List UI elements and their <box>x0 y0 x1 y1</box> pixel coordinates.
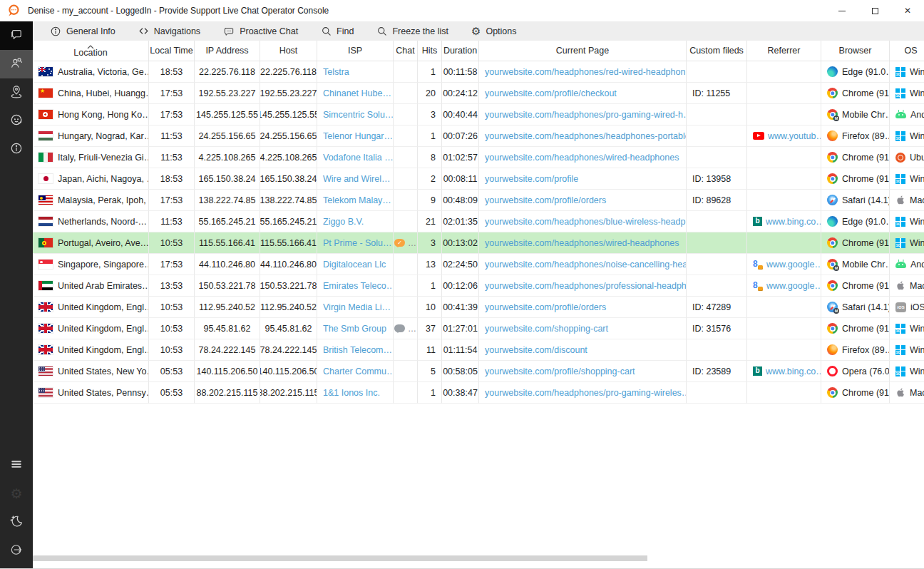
current-page-link[interactable]: yourwebsite.com/discount <box>485 345 587 355</box>
current-page-link[interactable]: yourwebsite.com/headphones/headphones-po… <box>485 131 687 141</box>
referrer-link[interactable]: www.bing.co… <box>766 217 821 227</box>
isp-link[interactable]: Telekom Malay… <box>323 195 391 205</box>
sidebar-item-menu[interactable] <box>0 451 33 480</box>
column-header-referrer[interactable]: Referrer <box>747 41 821 61</box>
current-page-link[interactable]: yourwebsite.com/headphones/wired-headpho… <box>485 153 679 163</box>
visitor-row[interactable]: United Kingdom, Engl…10:53112.95.240.521… <box>33 297 924 318</box>
toolbar-button-proactive-chat[interactable]: Proactive Chat <box>217 21 308 41</box>
column-header-custom-fileds[interactable]: Custom fileds <box>687 41 747 61</box>
close-icon: ✕ <box>904 6 911 15</box>
isp-link[interactable]: Charter Commu… <box>323 366 394 376</box>
column-header-os[interactable]: OS <box>890 41 924 61</box>
isp-link[interactable]: Pt Prime - Solu… <box>323 238 392 248</box>
referrer-link[interactable]: www.youtub… <box>768 131 821 141</box>
custom-cell: ID: 23589 <box>687 361 747 382</box>
close-button[interactable]: ✕ <box>891 0 924 21</box>
visitor-row[interactable]: United Arab Emirates…13:53150.53.221.781… <box>33 275 924 297</box>
isp-link[interactable]: Wire and Wirel… <box>323 174 390 184</box>
sidebar-item-operators[interactable] <box>0 107 33 135</box>
toolbar-button-find[interactable]: Find <box>315 21 364 41</box>
sidebar-item-visitors[interactable] <box>0 50 33 78</box>
visitor-row[interactable]: Japan, Aichi, Nagoya, …18:53165.150.38.2… <box>33 168 924 190</box>
visitor-row[interactable]: United States, Pennsy…05:5388.202.215.11… <box>33 382 924 404</box>
current-page-link[interactable]: yourwebsite.com/profile/orders <box>485 302 606 312</box>
minimize-button[interactable] <box>826 0 858 21</box>
sidebar-item-dark-mode[interactable] <box>0 508 33 537</box>
visitor-row[interactable]: Hong Kong, Hong Ko…17:53145.255.125.5514… <box>33 104 924 125</box>
location-cell: Italy, Friuli-Venezia Gi… <box>33 147 149 168</box>
sidebar-item-chats[interactable] <box>0 21 33 50</box>
column-header-location[interactable]: Location <box>33 41 149 61</box>
visitor-row[interactable]: Singapore, Singapore…17:5344.110.246.804… <box>33 254 924 275</box>
isp-link[interactable]: British Telecom… <box>323 345 392 355</box>
ubuntu-os-icon <box>895 153 905 163</box>
isp-link[interactable]: Telstra <box>323 67 349 77</box>
column-header-hits[interactable]: Hits <box>418 41 442 61</box>
isp-link[interactable]: Vodafone Italia … <box>323 153 394 163</box>
isp-link[interactable]: Digitalocean Llc <box>323 260 386 270</box>
visitor-row[interactable]: United Kingdom, Engl…10:5395.45.81.6295.… <box>33 318 924 339</box>
isp-link[interactable]: The Smb Group <box>323 324 386 334</box>
column-header-browser[interactable]: Browser <box>821 41 890 61</box>
current-page-link[interactable]: yourwebsite.com/headphones/noise-cancell… <box>485 260 687 270</box>
os-cell: Win <box>890 361 924 382</box>
referrer-link[interactable]: www.google… <box>766 281 821 291</box>
current-page-link[interactable]: yourwebsite.com/profile <box>485 174 578 184</box>
duration-cell: 02:24:50 <box>442 254 479 275</box>
current-page-link[interactable]: yourwebsite.com/headphones/red-wired-hea… <box>485 67 687 77</box>
column-header-host[interactable]: Host <box>260 41 317 61</box>
referrer-link[interactable]: www.google… <box>766 260 821 270</box>
toolbar-button-general-info[interactable]: General Info <box>44 21 125 41</box>
referrer-link[interactable]: www.bing.co… <box>766 366 821 376</box>
chat-cell <box>394 104 418 125</box>
sidebar-item-geo-map[interactable] <box>0 78 33 107</box>
isp-link[interactable]: Telenor Hungar… <box>323 131 393 141</box>
sidebar-item-settings[interactable]: ⚙ <box>0 480 33 508</box>
current-page-link[interactable]: yourwebsite.com/headphones/wired-headpho… <box>485 238 679 248</box>
duration-cell: 02:01:35 <box>442 211 479 232</box>
column-header-duration[interactable]: Duration <box>442 41 479 61</box>
toolbar-button-options[interactable]: ⚙Options <box>466 21 527 41</box>
visitor-row[interactable]: United States, New Yo…05:53140.115.206.5… <box>33 361 924 382</box>
visitor-row[interactable]: Hungary, Nograd, Kar…11:5324.255.156.652… <box>33 125 924 147</box>
visitor-row[interactable]: Malaysia, Perak, Ipoh, …17:53138.222.74.… <box>33 190 924 211</box>
os-cell: Win <box>890 83 924 104</box>
isp-link[interactable]: 1&1 Ionos Inc. <box>323 388 380 398</box>
current-page-link[interactable]: yourwebsite.com/profile/orders <box>485 195 606 205</box>
isp-link[interactable]: Virgin Media Li… <box>323 302 391 312</box>
current-page-link[interactable]: yourwebsite.com/headphones/professional-… <box>485 281 687 291</box>
sidebar-item-info[interactable] <box>0 135 33 164</box>
toolbar-button-freeze-the-list[interactable]: Freeze the list <box>371 21 458 41</box>
current-page-link[interactable]: yourwebsite.com/headphones/pro-gaming-wi… <box>485 388 687 398</box>
sidebar-item-logout[interactable] <box>0 537 33 565</box>
isp-link[interactable]: Chinanet Hube… <box>323 88 391 98</box>
maximize-button[interactable] <box>858 0 891 21</box>
column-header-chat[interactable]: Chat <box>394 41 418 61</box>
column-header-label: Current Page <box>556 46 609 56</box>
isp-link[interactable]: Simcentric Solu… <box>323 110 394 120</box>
current-page-link[interactable]: yourwebsite.com/headphones/blue-wireless… <box>485 217 687 227</box>
isp-link[interactable]: Emirates Teleco… <box>323 281 394 291</box>
toolbar-button-label: Navigations <box>154 26 200 36</box>
location-cell: Japan, Aichi, Nagoya, … <box>33 168 149 190</box>
visitor-row[interactable]: China, Hubei, Huangg…17:53192.55.23.2271… <box>33 83 924 104</box>
horizontal-scrollbar-thumb[interactable] <box>33 555 647 561</box>
isp-link[interactable]: Ziggo B.V. <box>323 217 364 227</box>
host-cell: 22.225.76.118 <box>260 61 317 83</box>
visitor-row[interactable]: Portugal, Aveiro, Ave…10:53115.55.166.41… <box>33 232 924 254</box>
toolbar-button-navigations[interactable]: Navigations <box>133 21 210 41</box>
current-page-link[interactable]: yourwebsite.com/headphones/pro-gaming-wi… <box>485 110 687 120</box>
visitor-row[interactable]: United Kingdom, Engl…10:5378.24.222.1457… <box>33 339 924 361</box>
column-header-local-time[interactable]: Local Time <box>149 41 195 61</box>
visitor-row[interactable]: Australia, Victoria, Ge…18:5322.225.76.1… <box>33 61 924 83</box>
column-header-isp[interactable]: ISP <box>317 41 394 61</box>
ip-cell: 112.95.240.52 <box>195 297 260 318</box>
visitor-row[interactable]: Italy, Friuli-Venezia Gi…11:534.225.108.… <box>33 147 924 168</box>
location-cell: United Kingdom, Engl… <box>33 339 149 361</box>
current-page-link[interactable]: yourwebsite.com/profile/shopping-cart <box>485 366 635 376</box>
current-page-link[interactable]: yourwebsite.com/shopping-cart <box>485 324 608 334</box>
current-page-link[interactable]: yourwebsite.com/profile/checkout <box>485 88 617 98</box>
column-header-current-page[interactable]: Current Page <box>479 41 687 61</box>
visitor-row[interactable]: Netherlands, Noord-…11:5355.165.245.2155… <box>33 211 924 232</box>
column-header-ip-address[interactable]: IP Address <box>195 41 260 61</box>
